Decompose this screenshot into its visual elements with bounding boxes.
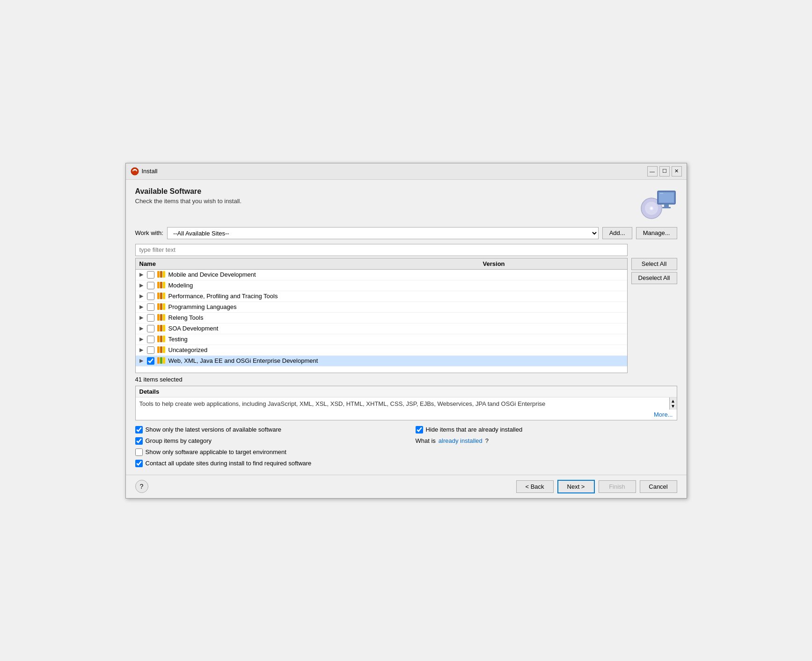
show-applicable-label: Show only software applicable to target … [146,448,286,455]
option-hide-installed: Hide items that are already installed [416,426,677,433]
svg-rect-8 [664,204,669,207]
group-category-label: Group items by category [146,437,212,444]
scroll-up-icon[interactable]: ▲ [671,398,675,404]
title-bar: Install — ☐ ✕ [126,163,687,180]
group-category-checkbox[interactable] [135,437,143,445]
col-version-header: Version [483,260,623,267]
row-expand-icon[interactable]: ▶ [139,282,146,288]
scroll-down-icon[interactable]: ▼ [671,404,675,409]
close-button[interactable]: ✕ [672,166,682,176]
row-icon [157,314,167,322]
work-with-label: Work with: [135,229,163,236]
cancel-button[interactable]: Cancel [640,480,677,493]
side-buttons: Select All Deselect All [631,244,677,373]
options-section: Show only the latest versions of availab… [135,426,677,467]
table-row[interactable]: ▶ Modeling [136,280,627,291]
contact-sites-label: Contact all update sites during install … [146,460,312,467]
option-what-installed: What is already installed ? [416,437,677,444]
row-name: Performance, Profiling and Tracing Tools [168,293,483,300]
filter-input[interactable] [135,244,628,256]
table-row[interactable]: ▶ Releng Tools [136,313,627,323]
row-expand-icon[interactable]: ▶ [139,358,146,364]
select-all-button[interactable]: Select All [631,258,677,270]
row-checkbox[interactable] [147,357,154,365]
header-icon [640,187,677,221]
option-group-category: Group items by category [135,437,397,445]
header-text: Available Software Check the items that … [135,187,242,205]
row-expand-icon[interactable]: ▶ [139,347,146,353]
row-checkbox[interactable] [147,303,154,311]
row-name: SOA Development [168,325,483,332]
page-title: Available Software [135,187,242,196]
next-button[interactable]: Next > [557,480,595,493]
details-scrollbar[interactable]: ▲ ▼ [669,397,677,410]
row-icon [157,293,167,300]
svg-rect-9 [662,207,671,208]
show-applicable-checkbox[interactable] [135,448,143,456]
row-icon [157,282,167,289]
table-body[interactable]: ▶ Mobile and Device Development ▶ Modeli… [136,270,627,373]
option-contact-sites: Contact all update sites during install … [135,460,397,467]
table-row[interactable]: ▶ Programming Languages [136,302,627,313]
minimize-button[interactable]: — [647,166,658,176]
row-checkbox[interactable] [147,336,154,343]
deselect-all-button[interactable]: Deselect All [631,272,677,284]
row-checkbox[interactable] [147,271,154,279]
maximize-button[interactable]: ☐ [659,166,670,176]
details-label: Details [136,386,677,397]
work-with-row: Work with: --All Available Sites-- Add..… [135,227,677,239]
help-button[interactable]: ? [135,480,148,493]
table-row[interactable]: ▶ Mobile and Device Development [136,270,627,280]
items-selected-label: 41 items selected [135,373,677,386]
hide-installed-checkbox[interactable] [416,426,423,433]
row-checkbox[interactable] [147,346,154,354]
svg-rect-7 [659,192,674,203]
row-name: Releng Tools [168,314,483,321]
row-icon [157,357,167,365]
page-subtitle: Check the items that you wish to install… [135,198,242,205]
row-checkbox[interactable] [147,293,154,300]
options-left: Show only the latest versions of availab… [135,426,397,467]
details-content-row: Tools to help create web applications, i… [136,397,677,410]
table-row[interactable]: ▶ Uncategorized [136,345,627,356]
show-latest-checkbox[interactable] [135,426,143,433]
more-link[interactable]: More... [654,411,673,418]
table-row[interactable]: ▶ Web, XML, Java EE and OSGi Enterprise … [136,356,627,367]
row-icon [157,346,167,354]
row-checkbox[interactable] [147,282,154,289]
option-show-latest: Show only the latest versions of availab… [135,426,397,433]
row-checkbox[interactable] [147,314,154,322]
title-bar-controls: — ☐ ✕ [647,166,682,176]
table-row[interactable]: ▶ Performance, Profiling and Tracing Too… [136,291,627,302]
manage-button[interactable]: Manage... [636,227,677,239]
finish-button[interactable]: Finish [599,480,636,493]
details-text: Tools to help create web applications, i… [136,397,669,410]
add-button[interactable]: Add... [602,227,632,239]
hide-installed-label: Hide items that are already installed [426,426,523,433]
back-button[interactable]: < Back [516,480,554,493]
already-installed-link[interactable]: already installed [439,437,483,444]
row-expand-icon[interactable]: ▶ [139,272,146,278]
row-expand-icon[interactable]: ▶ [139,325,146,331]
row-checkbox[interactable] [147,325,154,332]
table-row[interactable]: ▶ Testing [136,334,627,345]
window-icon [131,167,139,176]
option-show-applicable: Show only software applicable to target … [135,448,397,456]
svg-point-5 [651,207,652,209]
row-expand-icon[interactable]: ▶ [139,293,146,299]
contact-sites-checkbox[interactable] [135,460,143,467]
row-expand-icon[interactable]: ▶ [139,315,146,321]
col-name-header: Name [139,260,483,267]
table-row[interactable]: ▶ SOA Development [136,323,627,334]
footer: ? < Back Next > Finish Cancel [126,475,687,498]
more-link-row: More... [136,410,677,420]
work-with-select[interactable]: --All Available Sites-- [167,227,599,239]
main-content: Available Software Check the items that … [126,180,687,475]
what-installed-prefix: What is [416,437,436,444]
row-expand-icon[interactable]: ▶ [139,304,146,310]
install-window: Install — ☐ ✕ Available Software Check t… [125,163,687,499]
svg-point-1 [134,169,135,170]
header-row: Available Software Check the items that … [135,187,677,221]
row-expand-icon[interactable]: ▶ [139,336,146,342]
show-latest-label: Show only the latest versions of availab… [146,426,282,433]
